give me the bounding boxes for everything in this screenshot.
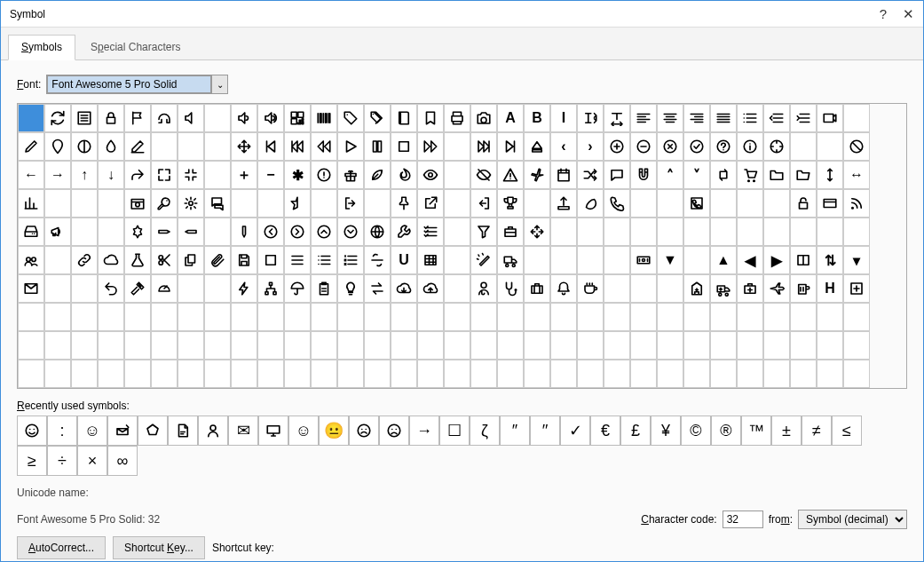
columns-icon[interactable] [790,246,817,274]
list-icon[interactable] [71,104,98,132]
symbol-cell[interactable] [44,246,71,274]
symbol-cell[interactable] [630,274,657,303]
symbol-cell[interactable] [178,132,204,161]
text-width-icon[interactable] [604,104,630,132]
sitemap-icon[interactable] [257,274,284,303]
recent-right-icon[interactable]: → [409,416,439,446]
symbol-cell[interactable] [44,303,71,331]
eye-icon[interactable] [417,161,444,189]
indent-icon[interactable] [790,104,817,132]
fire-icon[interactable] [391,161,417,189]
info-circle-icon[interactable] [737,132,763,161]
truck-icon[interactable] [497,246,524,274]
symbol-cell[interactable] [550,360,577,388]
arrow-down-icon[interactable]: ↓ [98,161,124,189]
symbol-cell[interactable] [18,303,44,331]
cut-icon[interactable] [151,246,178,274]
symbol-cell[interactable] [204,274,231,303]
check-circle-icon[interactable] [683,132,710,161]
shortcut-key-button[interactable]: Shortcut Key... [113,536,205,559]
symbol-cell[interactable] [630,218,657,246]
symbol-cell[interactable] [683,331,710,360]
recent-check-icon[interactable]: ✓ [560,416,590,446]
recent-happy-icon[interactable]: ☺ [288,416,319,446]
arrows-h-icon[interactable]: ↔ [843,161,870,189]
recent-pdf-icon[interactable] [168,416,198,446]
flask-icon[interactable] [124,246,151,274]
symbol-cell[interactable] [364,303,391,331]
rss-icon[interactable] [843,189,870,218]
ambulance-icon[interactable] [710,274,737,303]
backward-icon[interactable] [311,132,337,161]
bullhorn-icon[interactable] [44,218,71,246]
symbol-cell[interactable] [444,360,470,388]
symbol-cell[interactable] [98,360,124,388]
gift-icon[interactable] [337,161,364,189]
recent-yen-icon[interactable]: ¥ [651,416,681,446]
symbol-cell[interactable] [710,218,737,246]
help-button[interactable]: ? [880,6,887,21]
tasks-icon[interactable] [417,218,444,246]
caret-left-icon[interactable]: ◀ [737,246,763,274]
camera-icon[interactable] [470,104,497,132]
tab-symbols[interactable]: Symbols [8,35,75,60]
autocorrect-button[interactable]: AutoCorrect... [17,536,106,559]
align-center-icon[interactable] [657,104,683,132]
symbol-cell[interactable] [44,331,71,360]
symbol-cell[interactable] [737,360,763,388]
envelope-icon[interactable] [18,274,44,303]
comments-icon[interactable] [204,189,231,218]
wrench-icon[interactable] [391,218,417,246]
symbol-cell[interactable] [284,360,311,388]
symbol-cell[interactable] [657,331,683,360]
camera-retro-icon[interactable] [124,189,151,218]
times-circle-icon[interactable] [657,132,683,161]
external-link-icon[interactable] [417,189,444,218]
symbol-cell[interactable] [124,331,151,360]
symbol-cell[interactable] [204,161,231,189]
lightbulb-icon[interactable] [337,274,364,303]
qrcode-icon[interactable] [284,104,311,132]
chevron-right-icon[interactable]: › [577,132,604,161]
step-backward-icon[interactable] [257,132,284,161]
eject-icon[interactable] [524,132,550,161]
symbol-cell[interactable] [231,189,257,218]
recent-divide-icon[interactable]: ÷ [47,446,77,476]
exclamation-circle-icon[interactable] [311,161,337,189]
symbol-cell[interactable] [204,331,231,360]
symbol-cell[interactable] [630,189,657,218]
strikethrough-icon[interactable] [364,246,391,274]
recent-trademark-icon[interactable]: ™ [741,416,771,446]
symbol-cell[interactable] [257,331,284,360]
expand-icon[interactable] [151,161,178,189]
stop-icon[interactable] [391,132,417,161]
symbol-cell[interactable] [630,331,657,360]
symbol-cell[interactable] [204,104,231,132]
gavel-icon[interactable] [124,274,151,303]
caret-down-icon[interactable]: ▼ [657,246,683,274]
symbol-cell[interactable] [524,189,550,218]
suitcase-icon[interactable] [524,274,550,303]
list-ul-icon[interactable] [311,246,337,274]
recent-double-prime-icon[interactable]: ″ [500,416,530,446]
symbol-cell[interactable] [444,246,470,274]
symbol-cell[interactable] [71,189,98,218]
symbol-cell[interactable] [337,360,364,388]
symbol-cell[interactable] [470,360,497,388]
step-forward-icon[interactable] [497,132,524,161]
arrow-circle-down-icon[interactable] [337,218,364,246]
symbol-cell[interactable] [710,360,737,388]
recent-infinity-icon[interactable]: ∞ [107,446,138,476]
arrow-up-icon[interactable]: ↑ [71,161,98,189]
symbol-cell[interactable] [204,132,231,161]
chevron-left-icon[interactable]: ‹ [550,132,577,161]
symbol-cell[interactable] [151,360,178,388]
share-icon[interactable] [124,161,151,189]
hdd-icon[interactable] [18,218,44,246]
sort-icon[interactable]: ⇅ [817,246,843,274]
recent-gte-icon[interactable]: ≥ [17,446,47,476]
asterisk-icon[interactable]: ✱ [284,161,311,189]
calendar-icon[interactable] [550,161,577,189]
symbol-cell[interactable] [337,331,364,360]
list-ol-icon[interactable] [337,246,364,274]
